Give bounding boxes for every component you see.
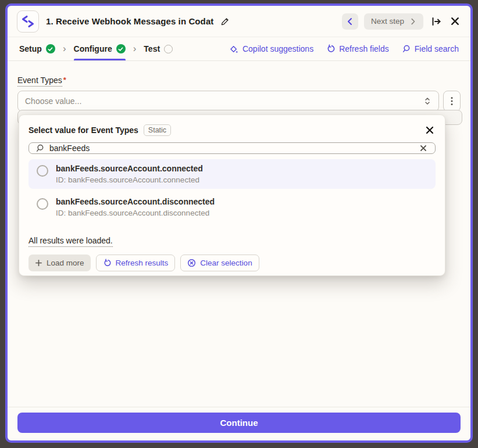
step-title: 1. Receive Webhook Messages in Codat [46,16,213,26]
event-types-combobox[interactable]: Choose value... [17,91,439,112]
option-bankfeeds-disconnected[interactable]: bankFeeds.sourceAccount.disconnected ID:… [28,192,436,222]
plus-icon [35,259,42,267]
codat-logo-icon [17,10,39,33]
required-marker: * [63,76,66,84]
field-toolbar: Copilot suggestions Refresh fields Field… [229,44,459,54]
tab-test[interactable]: Test [144,37,173,60]
circle-x-icon [187,259,196,267]
event-types-label-row: Event Types * [17,76,461,87]
check-circle-icon [116,44,126,53]
header-actions: Next step [342,13,461,30]
dropdown-searchbox [28,142,436,154]
radio-icon[interactable] [37,198,48,210]
dropdown-close-icon[interactable] [424,124,436,136]
static-badge: Static [144,124,171,136]
refresh-results-button[interactable]: Refresh results [96,255,176,271]
event-types-input-row: Choose value... [17,91,461,112]
option-bankfeeds-connected[interactable]: bankFeeds.sourceAccount.connected ID: ba… [28,159,436,189]
field-search-link[interactable]: Field search [402,44,459,53]
dropdown-title: Select value for Event Types [28,126,138,135]
next-step-label: Next step [371,17,404,26]
search-icon [35,144,45,153]
edit-title-icon[interactable] [220,17,230,26]
option-label: bankFeeds.sourceAccount.connected [56,164,203,173]
radio-icon[interactable] [37,165,48,177]
field-menu-button[interactable] [443,91,461,112]
refresh-icon [326,44,336,53]
configure-form: Event Types * Choose value... [8,61,470,407]
modal-footer: Continue [8,407,470,440]
incomplete-circle-icon [164,45,173,53]
close-icon[interactable] [449,15,461,27]
search-icon [402,44,411,53]
step-editor-modal: 1. Receive Webhook Messages in Codat Nex… [5,3,473,443]
tab-configure-label: Configure [74,44,112,53]
option-label: bankFeeds.sourceAccount.disconnected [56,197,215,206]
tab-setup[interactable]: Setup [19,37,55,60]
option-id: ID: bankFeeds.sourceAccount.disconnected [56,209,215,217]
step-header: 1. Receive Webhook Messages in Codat Nex… [8,6,470,37]
copilot-sparkle-icon [229,44,239,54]
continue-button[interactable]: Continue [17,413,461,433]
previous-step-button[interactable] [342,13,358,30]
dropdown-options-list: bankFeeds.sourceAccount.connected ID: ba… [19,159,445,225]
chevron-right-icon [409,18,416,25]
refresh-icon [103,259,112,267]
kebab-menu-icon [451,96,453,106]
event-types-label: Event Types [17,76,62,87]
combobox-placeholder: Choose value... [25,96,81,106]
collapse-panel-icon[interactable] [429,15,443,28]
chevron-updown-icon [423,96,431,106]
results-status-text: All results were loaded. [28,236,113,247]
event-types-dropdown-panel: Select value for Event Types Static [19,114,445,276]
dropdown-header: Select value for Event Types Static [19,115,445,142]
load-more-button[interactable]: Load more [28,255,91,271]
tab-configure[interactable]: Configure [74,37,126,60]
clear-search-icon[interactable] [418,143,429,153]
refresh-fields-link[interactable]: Refresh fields [326,44,389,53]
tab-setup-label: Setup [19,44,42,53]
next-step-button[interactable]: Next step [364,13,423,30]
option-id: ID: bankFeeds.sourceAccount.connected [56,175,203,184]
clear-selection-button[interactable]: Clear selection [180,255,259,271]
chevron-separator-icon: › [133,44,137,55]
dropdown-footer-buttons: Load more Refresh results [28,255,436,271]
tab-test-label: Test [144,44,160,53]
chevron-separator-icon: › [63,44,66,55]
dropdown-footer: All results were loaded. Load more [19,228,445,279]
dropdown-search-input[interactable] [49,144,413,153]
check-circle-icon [46,44,55,53]
copilot-suggestions-link[interactable]: Copilot suggestions [229,44,313,54]
step-tabbar: Setup › Configure › Test Copilot suggest… [8,37,470,61]
